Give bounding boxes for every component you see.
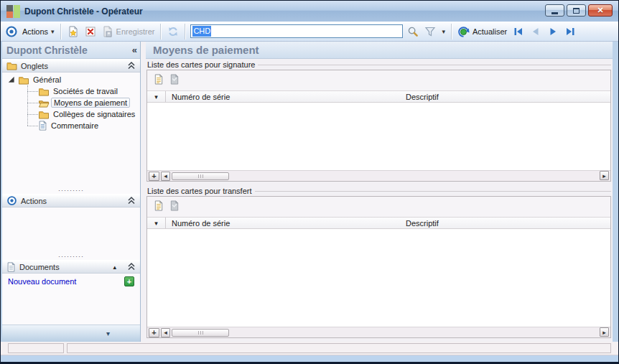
window-title: Dupont Christèle - Opérateur (24, 6, 143, 17)
panel-documents-header[interactable]: Documents ▴ (2, 260, 140, 274)
folder-icon (38, 87, 50, 96)
actualiser-button[interactable]: Actualiser (455, 24, 510, 39)
scroll-left-button[interactable]: ◂ (161, 328, 170, 337)
add-document-button[interactable]: + (124, 276, 134, 286)
actions-target-icon (6, 195, 17, 206)
actions-menu-label: Actions (22, 27, 48, 36)
reload-button[interactable] (164, 24, 182, 39)
grid-open-card-button[interactable] (169, 74, 180, 87)
grid-new-card-button[interactable] (153, 200, 164, 213)
scrollbar-thumb[interactable] (172, 329, 229, 337)
save-icon (102, 26, 113, 37)
app-window: Dupont Christèle - Opérateur ✕ Actions ▾ (0, 0, 619, 364)
grid-open-card-button[interactable] (169, 200, 180, 213)
group-caption-transfert: Liste des cartes pour transfert (147, 187, 611, 195)
new-document-link[interactable]: Nouveau document (8, 277, 76, 286)
nav-first-button[interactable] (510, 24, 527, 39)
search-button[interactable] (404, 24, 422, 39)
folder-open-icon (38, 98, 50, 108)
tree-expander-icon[interactable] (7, 75, 15, 85)
app-logo-icon (6, 5, 21, 18)
sidebar-title: Dupont Christèle (6, 45, 88, 56)
save-button[interactable]: Enregistrer (99, 24, 158, 39)
scroll-left-button[interactable]: ◂ (161, 172, 170, 181)
tree-node-commentaire[interactable]: Commentaire (2, 120, 140, 131)
maximize-icon (573, 8, 580, 14)
actualiser-label: Actualiser (473, 27, 507, 36)
delete-record-button[interactable] (82, 24, 99, 39)
collapse-chevron-icon (127, 61, 136, 71)
folder-icon (38, 110, 50, 119)
delete-record-icon (85, 26, 96, 37)
panel-actions-header[interactable]: Actions (2, 194, 140, 207)
column-header-descriptif[interactable]: Descriptif (400, 219, 610, 228)
tree-node-label: Sociétés de travail (53, 87, 118, 95)
tree-node-societes[interactable]: Sociétés de travail (2, 85, 140, 97)
panel-actions-body (2, 207, 140, 254)
reload-icon (167, 26, 179, 37)
nav-next-button[interactable] (544, 24, 562, 39)
cards-signature-panel: ▾ Numéro de série Descriptif + ◂ ▸ (146, 70, 611, 182)
minimize-button[interactable] (545, 4, 564, 17)
panel-documents-title: Documents (19, 263, 60, 271)
chevron-down-icon: ▾ (51, 28, 55, 35)
open-card-icon-disabled (169, 74, 180, 85)
panel-onglets-header[interactable]: Onglets (2, 59, 140, 73)
search-value: CHD (192, 26, 211, 37)
status-bar (1, 342, 618, 362)
close-button[interactable]: ✕ (588, 4, 613, 17)
grid-append-row-button[interactable]: + (149, 172, 159, 181)
panel-splitter-handle[interactable]: ········· (2, 188, 140, 194)
maximize-button[interactable] (567, 4, 586, 17)
filter-button[interactable] (422, 24, 439, 39)
search-input[interactable]: CHD (190, 24, 403, 38)
column-header-numero-serie[interactable]: Numéro de série (166, 93, 400, 101)
status-cell-left (8, 343, 64, 353)
panel-actions-title: Actions (21, 197, 47, 205)
sidebar-collapse-button[interactable]: « (132, 45, 137, 55)
filter-dropdown-button[interactable]: ▾ (439, 27, 448, 37)
scroll-right-button[interactable]: ▸ (600, 171, 609, 180)
sidebar-bottom-bar[interactable]: ▾ (2, 325, 140, 342)
toolbar-separator (60, 24, 62, 39)
grid-new-card-button[interactable] (153, 74, 164, 87)
actions-menu-button[interactable]: Actions ▾ (19, 26, 57, 37)
sidebar-filler (2, 289, 140, 325)
actualiser-icon (458, 26, 470, 37)
grid-toolbar (147, 197, 610, 217)
column-header-descriptif[interactable]: Descriptif (400, 93, 610, 101)
sidebar-header: Dupont Christèle « (2, 42, 140, 59)
grid-append-row-button[interactable]: + (149, 328, 159, 337)
open-card-icon-disabled (169, 200, 180, 212)
tree-node-moyens-selected[interactable]: Moyens de paiement (2, 97, 140, 108)
toolbar-separator (185, 24, 186, 39)
chevron-down-icon: ▾ (106, 330, 110, 337)
grid-filter-dropdown[interactable]: ▾ (147, 218, 166, 228)
scroll-right-button[interactable]: ▸ (600, 327, 609, 337)
grid-scrollbar: + ◂ ▸ (147, 170, 610, 181)
collapse-chevron-icon (127, 196, 136, 206)
title-bar[interactable]: Dupont Christèle - Opérateur ✕ (1, 1, 618, 22)
new-record-button[interactable] (65, 24, 82, 39)
scrollbar-thumb[interactable] (172, 172, 229, 180)
panel-splitter-handle[interactable]: ········· (2, 254, 140, 260)
window-body: Dupont Christèle « Onglets (1, 42, 618, 342)
folder-icon (6, 61, 17, 70)
nav-previous-button[interactable] (527, 24, 544, 39)
save-label: Enregistrer (116, 27, 155, 36)
grid-body-empty[interactable] (147, 229, 610, 327)
onglets-tree: Général Sociétés de travail Moyens de pa… (2, 73, 140, 188)
column-header-numero-serie[interactable]: Numéro de série (166, 219, 400, 228)
frame-edge-right (613, 42, 618, 342)
main-content: Moyens de paiement Liste des cartes pour… (146, 42, 613, 342)
page-header: Moyens de paiement (146, 42, 613, 59)
nav-last-button[interactable] (562, 24, 579, 39)
grid-filter-dropdown[interactable]: ▾ (147, 91, 166, 102)
grid-body-empty[interactable] (147, 103, 610, 170)
status-cell-main (67, 343, 611, 353)
main-toolbar: Actions ▾ Enregistrer CHD (1, 22, 618, 42)
caret-up-icon: ▴ (113, 263, 116, 271)
tree-node-colleges[interactable]: Collèges de signataires (2, 108, 140, 120)
tree-node-general[interactable]: Général (2, 74, 140, 85)
tree-node-label: Général (33, 75, 61, 84)
